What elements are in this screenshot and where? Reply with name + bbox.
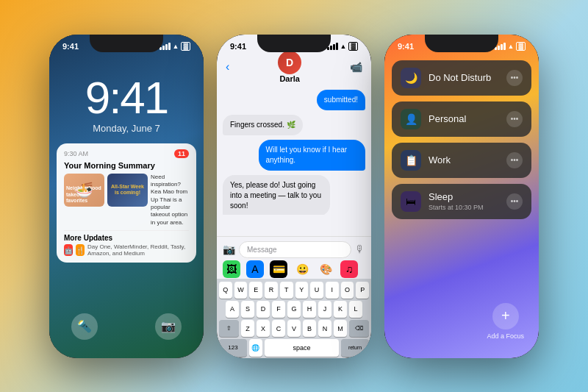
- key-O[interactable]: O: [341, 282, 354, 299]
- add-focus-button[interactable]: + Add a Focus: [487, 303, 524, 340]
- sleep-more-button[interactable]: •••: [506, 193, 523, 210]
- key-123[interactable]: 123: [219, 339, 247, 356]
- message-4: Yes, please do! Just going into a meetin…: [223, 175, 365, 215]
- camera-button[interactable]: 📷: [155, 313, 182, 340]
- key-H[interactable]: H: [303, 301, 316, 318]
- messages-list: submitted! Fingers crossed. 🌿 Will let y…: [217, 90, 371, 215]
- keyboard: Q W E R T Y U I O P A S D F G H J K L: [217, 279, 371, 358]
- key-space[interactable]: space: [265, 339, 339, 356]
- tasty-icon: 🍴: [76, 244, 85, 256]
- moon-icon: 🌙: [401, 68, 421, 88]
- card2-title: All-Star Week is coming!: [110, 184, 146, 195]
- key-A[interactable]: A: [226, 301, 239, 318]
- video-call-button[interactable]: 📹: [350, 61, 362, 73]
- phone-1: 9:41 ▲ ▓ 9:41 Monday, June 7 9:30 AM 11 …: [49, 35, 204, 358]
- focus-item-do-not-disturb[interactable]: 🌙 Do Not Disturb •••: [392, 60, 531, 96]
- key-V[interactable]: V: [287, 320, 301, 337]
- notif-more: More Updates 🤖 🍴 Day One, WaterMinder, R…: [64, 230, 189, 257]
- focus-label-work: Work: [429, 154, 499, 165]
- focus-item-personal[interactable]: 👤 Personal •••: [392, 101, 531, 137]
- sleep-icon: 🛏: [401, 191, 421, 212]
- notification-card[interactable]: 9:30 AM 11 Your Morning Summary Neighbor…: [57, 143, 196, 263]
- key-delete[interactable]: ⌫: [349, 320, 369, 337]
- key-Q[interactable]: Q: [219, 282, 232, 299]
- focus-label-sleep: Sleep Starts at 10:30 PM: [429, 191, 499, 211]
- app-icon-photos[interactable]: 🖼: [223, 260, 240, 278]
- key-G[interactable]: G: [287, 301, 301, 318]
- key-I[interactable]: I: [326, 282, 339, 299]
- add-focus-label: Add a Focus: [487, 332, 524, 340]
- key-R[interactable]: R: [265, 282, 278, 299]
- key-M[interactable]: M: [334, 320, 347, 337]
- contact-info: D Darla: [278, 51, 301, 83]
- app-icon-appstore[interactable]: A: [246, 260, 264, 278]
- key-F[interactable]: F: [272, 301, 285, 318]
- key-Z[interactable]: Z: [241, 320, 254, 337]
- key-L[interactable]: L: [349, 301, 362, 318]
- messages-screen: 9:41 ▲ ▓ ‹ D Darla 📹 submitted!: [217, 35, 371, 358]
- work-more-button[interactable]: •••: [506, 152, 523, 168]
- messages-header: ‹ D Darla 📹: [217, 51, 371, 83]
- flashlight-button[interactable]: 🔦: [71, 313, 98, 340]
- key-U[interactable]: U: [310, 282, 323, 299]
- signal-icon-1: [159, 43, 171, 50]
- key-E[interactable]: E: [249, 282, 262, 299]
- keyboard-row-1: Q W E R T Y U I O P: [219, 282, 369, 299]
- key-W[interactable]: W: [234, 282, 248, 299]
- app-icon-pay[interactable]: 💳: [270, 260, 287, 278]
- flashlight-icon: 🔦: [77, 319, 92, 333]
- status-time-3: 9:41: [398, 42, 414, 51]
- status-bar-2: 9:41 ▲ ▓: [217, 42, 371, 51]
- battery-icon-1: ▓: [181, 42, 190, 51]
- do-not-disturb-more-button[interactable]: •••: [506, 70, 523, 86]
- camera-icon: 📷: [161, 319, 176, 333]
- app-icon-stickers[interactable]: 🎨: [317, 260, 334, 278]
- signal-icon-2: [327, 43, 338, 50]
- focus-item-sleep[interactable]: 🛏 Sleep Starts at 10:30 PM •••: [392, 184, 531, 219]
- key-K[interactable]: K: [334, 301, 347, 318]
- back-button[interactable]: ‹: [226, 60, 229, 74]
- focus-item-work[interactable]: 📋 Work •••: [392, 143, 531, 178]
- work-icon: 📋: [401, 150, 421, 171]
- key-B[interactable]: B: [303, 320, 316, 337]
- notif-more-title: More Updates: [64, 234, 189, 242]
- notif-images: Neighborhood takeout favorites All-Star …: [64, 174, 189, 227]
- notif-img-food: Neighborhood takeout favorites: [64, 174, 104, 207]
- wifi-icon-2: ▲: [340, 43, 347, 50]
- keyboard-row-3: ⇧ Z X C V B N M ⌫: [219, 320, 369, 337]
- status-bar-3: 9:41 ▲ ▓: [384, 42, 539, 51]
- card1-text: Need inspiration? Kea Mao from Up Thai i…: [151, 174, 189, 227]
- app-icon-memoji[interactable]: 😀: [293, 260, 311, 278]
- bubble-received-2: Yes, please do! Just going into a meetin…: [223, 175, 330, 215]
- key-emoji[interactable]: 🌐: [249, 339, 262, 356]
- signal-icon-3: [495, 43, 506, 50]
- card1-title: Neighborhood takeout favorites: [66, 185, 102, 204]
- key-C[interactable]: C: [272, 320, 285, 337]
- key-P[interactable]: P: [356, 282, 369, 299]
- keyboard-row-2: A S D F G H J K L: [219, 301, 369, 318]
- key-D[interactable]: D: [257, 301, 270, 318]
- key-X[interactable]: X: [257, 320, 270, 337]
- personal-more-button[interactable]: •••: [506, 111, 523, 127]
- key-T[interactable]: T: [280, 282, 293, 299]
- key-J[interactable]: J: [318, 301, 331, 318]
- attachment-button[interactable]: 📷: [223, 243, 235, 255]
- message-1: submitted!: [223, 90, 365, 110]
- keyboard-row-4: 123 🌐 space return: [219, 339, 369, 356]
- lock-time: 9:41: [49, 75, 204, 121]
- app-icon-music[interactable]: ♫: [340, 260, 358, 278]
- status-icons-2: ▲ ▓: [327, 42, 358, 51]
- key-S[interactable]: S: [241, 301, 254, 318]
- reddit-icon: 🤖: [64, 244, 73, 256]
- key-N[interactable]: N: [318, 320, 331, 337]
- audio-button[interactable]: 🎙: [355, 243, 365, 255]
- status-time-2: 9:41: [230, 42, 246, 51]
- message-input[interactable]: Message: [239, 241, 351, 258]
- key-shift[interactable]: ⇧: [219, 320, 239, 337]
- key-Y[interactable]: Y: [295, 282, 309, 299]
- key-return[interactable]: return: [341, 339, 369, 356]
- battery-icon-2: ▓: [348, 42, 358, 51]
- status-icons-1: ▲ ▓: [159, 42, 190, 51]
- app-drawer-row: 🖼 A 💳 😀 🎨 ♫: [217, 257, 371, 281]
- notif-title: Your Morning Summary: [64, 161, 189, 170]
